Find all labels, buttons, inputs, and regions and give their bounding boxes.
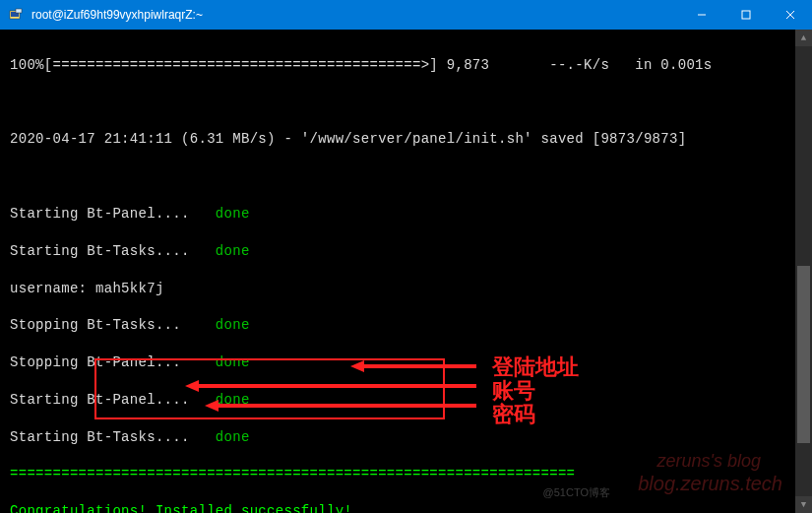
congrats-line: Congratulations! Installed successfully!: [10, 502, 802, 513]
divider: ========================================…: [10, 465, 802, 483]
svg-rect-2: [16, 9, 22, 13]
window-titlebar: root@iZuf69ht99vyxhpiwlraqrZ:~: [0, 0, 812, 30]
window-controls: [679, 0, 812, 30]
scrollbar[interactable]: ▲ ▼: [795, 30, 812, 513]
username-raw: username: mah5kk7j: [10, 280, 802, 298]
scroll-down-icon[interactable]: ▼: [795, 496, 812, 513]
svg-rect-4: [742, 11, 750, 19]
close-button[interactable]: [768, 0, 812, 30]
maximize-button[interactable]: [723, 0, 768, 30]
minimize-button[interactable]: [679, 0, 723, 30]
window-title: root@iZuf69ht99vyxhpiwlraqrZ:~: [31, 8, 679, 22]
terminal-output[interactable]: 100%[===================================…: [0, 30, 812, 513]
scroll-up-icon[interactable]: ▲: [795, 30, 812, 46]
saved-line: 2020-04-17 21:41:11 (6.31 MB/s) - '/www/…: [10, 130, 802, 149]
scroll-thumb[interactable]: [797, 266, 810, 443]
putty-icon: [8, 7, 24, 23]
progress-line: 100%[===================================…: [10, 56, 802, 75]
